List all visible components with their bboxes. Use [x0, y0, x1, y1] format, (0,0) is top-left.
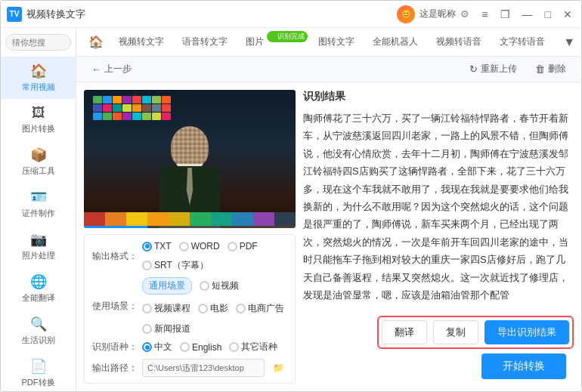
start-convert-button[interactable]: 开始转换	[481, 353, 566, 379]
restore-icon[interactable]: ❐	[497, 7, 513, 22]
lang-other[interactable]: 其它语种	[229, 341, 277, 353]
format-label: 输出格式：	[92, 250, 138, 263]
back-button[interactable]: ← 上一步	[85, 60, 138, 78]
pixel-blocks	[93, 96, 171, 120]
tab-image-to-text[interactable]: 图转文字	[309, 28, 364, 57]
lang-chinese[interactable]: 中文	[142, 341, 172, 353]
toolbar: ← 上一步 ↻ 重新上传 🗑 删除	[76, 57, 581, 82]
title-bar: TV 视频转换文字 😊 这是昵称 ⚙ ≡ ❐ — □ ✕	[1, 1, 581, 28]
translate-icon: 🌐	[30, 273, 47, 290]
common-video-icon: 🏠	[30, 63, 47, 79]
video-container: 原视频 1/1	[84, 90, 296, 228]
minimize-icon[interactable]: —	[519, 7, 536, 22]
tab-video-to-text[interactable]: 视频转文字	[110, 28, 173, 57]
user-settings-icon[interactable]: ⚙	[460, 8, 469, 20]
format-choices: TXT WORD PDF	[142, 241, 287, 272]
translate-button[interactable]: 翻译	[382, 320, 427, 344]
radio-txt	[142, 242, 152, 252]
tab-bar: 🏠 视频转文字 语音转文字 图片 ✓识别完成 图转文字	[76, 28, 581, 57]
result-panel: 识别结果 陶师傅花了三十六万，买了一辆江铃福特悍路者，春节开着新车，从宁波慈溪返…	[303, 90, 574, 384]
menu-icon[interactable]: ≡	[478, 7, 491, 22]
app-title: 视频转换文字	[26, 8, 397, 21]
folder-button[interactable]: 📁	[269, 359, 287, 377]
delete-icon: 🗑	[535, 63, 545, 75]
radio-other-lang	[229, 342, 239, 352]
close-icon[interactable]: ✕	[560, 7, 575, 22]
radio-ecommerce	[236, 304, 246, 313]
scene-row: 使用场景： 通用场景 短视频	[92, 277, 287, 335]
radio-news	[142, 324, 152, 334]
sidebar-items: 🏠 常用视频 🖼 图片转换 📦 压缩工具 🪪 证件制作 📷 照片处	[1, 57, 76, 391]
compress-icon: 📦	[30, 147, 47, 163]
sidebar-item-id-card[interactable]: 🪪 证件制作	[1, 183, 76, 225]
tab-home[interactable]: 🏠	[82, 28, 110, 57]
sidebar-item-image-convert[interactable]: 🖼 图片转换	[1, 99, 76, 140]
scene-short-video[interactable]: 短视频	[200, 279, 239, 292]
life-recognize-icon: 🔍	[30, 316, 47, 332]
reupload-button[interactable]: ↻ 重新上传	[463, 60, 523, 78]
language-row: 识别语种： 中文 English	[92, 341, 287, 353]
folder-icon: 📁	[273, 363, 284, 373]
sidebar-item-compress[interactable]: 📦 压缩工具	[1, 140, 76, 183]
format-txt[interactable]: TXT	[142, 241, 172, 252]
color-strip	[84, 212, 296, 226]
start-btn-area: 开始转换	[303, 349, 574, 384]
sidebar-item-label: PDF转换	[22, 377, 55, 388]
tabs-more-button[interactable]: ▼	[563, 35, 575, 49]
sidebar-item-label: 证件制作	[22, 208, 55, 219]
radio-chinese	[142, 342, 152, 352]
video-progress-bar[interactable]	[84, 226, 296, 228]
video-progress-fill	[84, 226, 147, 228]
tab-voice-to-text[interactable]: 语音转文字	[173, 28, 237, 57]
sidebar-item-label: 常用视频	[22, 82, 55, 93]
sidebar-item-label: 全能翻译	[22, 292, 55, 304]
path-label: 输出路径：	[92, 362, 138, 375]
scene-news[interactable]: 新闻报道	[142, 323, 190, 335]
scene-movie[interactable]: 电影	[198, 302, 228, 315]
work-area: 原视频 1/1	[76, 82, 581, 391]
sidebar-item-life-recognize[interactable]: 🔍 生活识别	[1, 310, 76, 352]
path-input[interactable]	[142, 359, 265, 377]
result-title: 识别结果	[303, 90, 574, 103]
radio-english	[180, 342, 190, 352]
scene-label: 使用场景：	[92, 300, 138, 313]
radio-course	[142, 304, 152, 313]
scene-general[interactable]: 通用场景	[142, 277, 192, 295]
main-layout: 🏠 常用视频 🖼 图片转换 📦 压缩工具 🪪 证件制作 📷 照片处	[1, 28, 581, 391]
language-label: 识别语种：	[92, 341, 138, 353]
tab-video-to-audio[interactable]: 视频转语音	[427, 28, 491, 57]
export-button[interactable]: 导出识别结果	[484, 320, 569, 344]
toolbar-right: ↻ 重新上传 🗑 删除	[463, 60, 572, 78]
id-card-icon: 🪪	[30, 189, 47, 205]
maximize-icon[interactable]: □	[542, 7, 554, 22]
sidebar-item-translate[interactable]: 🌐 全能翻译	[1, 267, 76, 310]
sidebar-item-pdf-convert[interactable]: 📄 PDF转换	[1, 352, 76, 391]
delete-button[interactable]: 🗑 删除	[529, 60, 572, 78]
sidebar-item-photo[interactable]: 📷 照片处理	[1, 225, 76, 267]
language-choices: 中文 English 其它语种	[142, 341, 277, 353]
photo-icon: 📷	[30, 231, 47, 248]
scene-ecommerce[interactable]: 电商广告	[236, 302, 284, 315]
chevron-down-icon: ▼	[563, 35, 575, 48]
format-pdf[interactable]: PDF	[228, 241, 258, 252]
image-convert-icon: 🖼	[32, 105, 45, 121]
recognition-complete-badge: ✓识别完成	[267, 31, 308, 42]
format-word[interactable]: WORD	[179, 241, 220, 252]
sidebar: 🏠 常用视频 🖼 图片转换 📦 压缩工具 🪪 证件制作 📷 照片处	[1, 28, 76, 391]
sidebar-item-label: 生活识别	[22, 335, 55, 346]
lang-english[interactable]: English	[180, 342, 221, 353]
format-srt[interactable]: SRT（字幕）	[142, 259, 209, 272]
sidebar-item-common-video[interactable]: 🏠 常用视频	[1, 57, 76, 99]
sidebar-item-label: 照片处理	[22, 250, 55, 261]
tab-ai-robot[interactable]: 全能机器人	[364, 28, 427, 57]
copy-button[interactable]: 复制	[433, 320, 478, 344]
result-text[interactable]: 陶师傅花了三十六万，买了一辆江铃福特悍路者，春节开着新车，从宁波慈溪返回四川老家…	[303, 110, 574, 310]
search-input[interactable]	[5, 34, 71, 51]
tab-text-to-speech[interactable]: 文字转语音	[491, 28, 554, 57]
radio-pdf	[228, 242, 237, 252]
avatar: 😊	[397, 5, 415, 23]
scene-course[interactable]: 视频课程	[142, 302, 190, 315]
radio-word	[179, 242, 189, 252]
tab-image[interactable]: 图片 ✓识别完成	[237, 28, 309, 57]
radio-movie	[198, 304, 208, 313]
